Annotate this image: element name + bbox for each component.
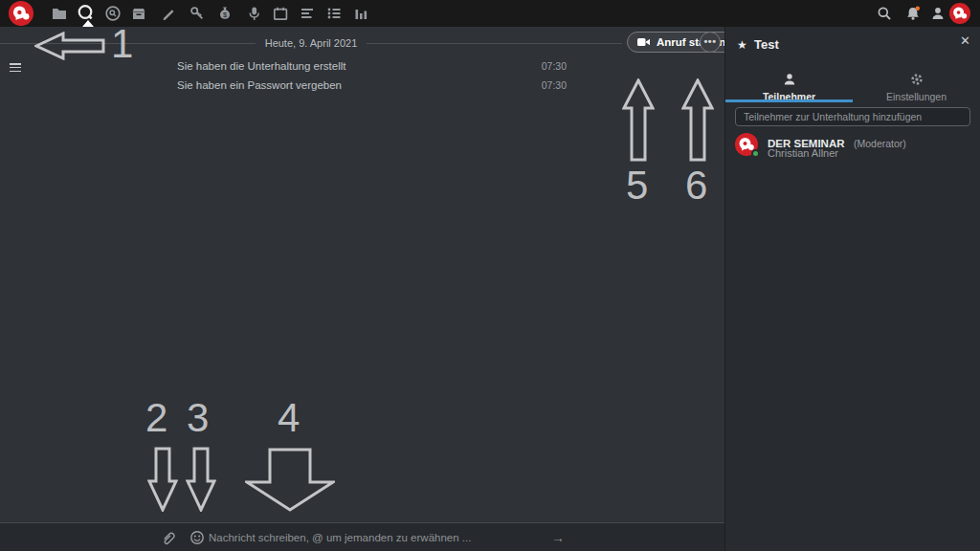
contacts-circle-app-icon[interactable]: [105, 6, 121, 21]
message-timestamp: 07:30: [542, 79, 567, 91]
user-avatar[interactable]: [949, 3, 970, 24]
contacts-menu-icon[interactable]: [930, 6, 946, 21]
date-separator-label: Heute, 9. April 2021: [256, 37, 368, 49]
system-message-row: Sie haben die Unterhaltung erstellt 07:3…: [177, 60, 567, 79]
participants-icon: [783, 73, 796, 86]
hamburger-menu-icon[interactable]: [10, 63, 21, 73]
calendar-app-icon[interactable]: [273, 6, 288, 21]
annotation-arrow-2-down: [147, 447, 178, 512]
annotation-number-2: 2: [145, 395, 167, 441]
notes-pencil-app-icon[interactable]: [161, 6, 176, 21]
send-message-icon[interactable]: →: [547, 527, 568, 548]
annotation-number-6: 6: [685, 163, 707, 209]
conversation-sidebar: ★ Test ✕ Teilnehmer Einstellungen DER SE…: [725, 27, 980, 551]
favorite-star-icon: ★: [737, 38, 747, 52]
activity-lines-app-icon[interactable]: [300, 6, 315, 21]
participant-subtitle: Christian Allner: [768, 147, 838, 159]
attach-file-icon[interactable]: [161, 530, 176, 545]
notifications-bell-icon[interactable]: [905, 6, 921, 21]
annotation-arrow-3-down: [186, 447, 216, 512]
archive-app-icon[interactable]: [131, 6, 146, 21]
add-participant-input[interactable]: [735, 107, 970, 126]
conversation-title: Test: [754, 37, 779, 52]
message-input[interactable]: [209, 527, 534, 548]
tab-settings-label: Einstellungen: [853, 91, 980, 102]
microphone-app-icon[interactable]: [246, 6, 261, 21]
tab-settings[interactable]: Einstellungen: [853, 71, 980, 99]
emoji-picker-icon[interactable]: [189, 530, 205, 545]
tasks-checklist-app-icon[interactable]: [326, 6, 342, 21]
annotation-number-1: 1: [111, 21, 133, 67]
close-sidebar-icon[interactable]: ✕: [960, 33, 970, 48]
message-composer: →: [0, 522, 724, 551]
settings-gear-icon: [910, 73, 924, 86]
participant-list-item[interactable]: DER SEMINAR (Moderator) Christian Allner: [725, 130, 980, 165]
top-navigation-bar: $: [0, 0, 980, 27]
message-timestamp: 07:30: [542, 60, 567, 72]
analytics-chart-app-icon[interactable]: [353, 6, 368, 21]
talk-logo-icon[interactable]: [9, 1, 33, 26]
system-message-text: Sie haben die Unterhaltung erstellt: [177, 60, 345, 72]
active-app-indicator: [82, 20, 94, 27]
search-icon[interactable]: [877, 6, 892, 21]
files-app-icon[interactable]: [52, 6, 67, 21]
money-bag-app-icon[interactable]: $: [217, 6, 233, 21]
video-camera-icon: [636, 35, 651, 49]
annotation-arrow-4-down: [245, 448, 335, 512]
annotation-number-4: 4: [278, 395, 300, 441]
more-actions-button[interactable]: •••: [700, 32, 721, 53]
passwords-key-app-icon[interactable]: [189, 6, 205, 21]
annotation-arrow-6-up: [681, 78, 714, 162]
active-tab-indicator: [725, 99, 853, 102]
participant-role-badge: (Moderator): [854, 138, 906, 149]
chat-pane: Heute, 9. April 2021 Anruf starten ••• S…: [0, 27, 724, 551]
start-call-button[interactable]: Anruf starten: [627, 32, 738, 53]
tab-participants[interactable]: Teilnehmer: [725, 71, 853, 99]
online-status-dot: [751, 149, 760, 158]
system-message-text: Sie haben ein Passwort vergeben: [177, 79, 342, 91]
annotation-arrow-5-up: [622, 78, 655, 162]
system-message-row: Sie haben ein Passwort vergeben 07:30: [177, 79, 567, 99]
annotation-number-5: 5: [626, 163, 648, 209]
message-list: Sie haben die Unterhaltung erstellt 07:3…: [177, 60, 567, 99]
annotation-number-3: 3: [187, 395, 209, 441]
annotation-arrow-1-left: [34, 32, 105, 60]
talk-app-icon[interactable]: [77, 4, 92, 19]
